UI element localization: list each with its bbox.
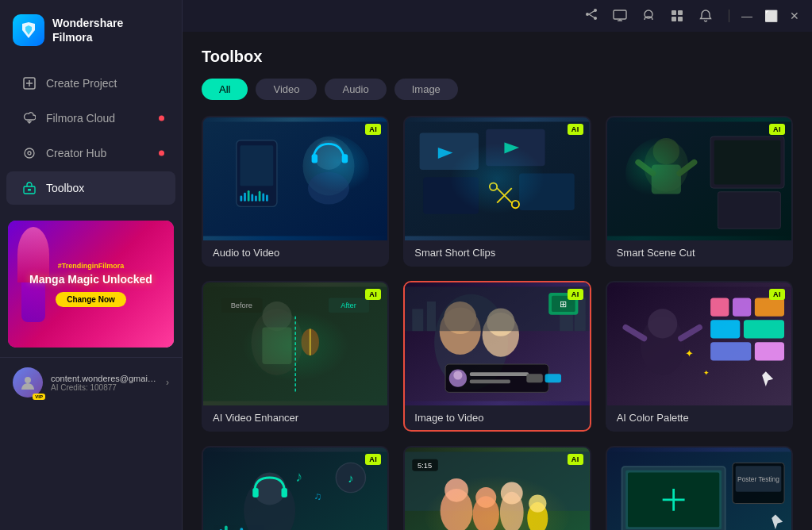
card-thumbnail: AI xyxy=(607,282,791,405)
card-illustration: 5:15 xyxy=(405,447,589,530)
share-icon[interactable] xyxy=(583,7,600,25)
titlebar-icons xyxy=(189,7,722,25)
grid-icon[interactable] xyxy=(668,7,686,25)
vip-badge: VIP xyxy=(33,394,45,400)
svg-rect-107 xyxy=(203,451,387,530)
card-label: Audio to Video xyxy=(203,240,387,265)
card-7[interactable]: AI xyxy=(202,446,389,530)
monitor-icon[interactable] xyxy=(611,7,629,25)
svg-rect-30 xyxy=(248,190,250,202)
svg-rect-19 xyxy=(678,17,683,21)
card-illustration: ⊞ xyxy=(405,282,589,405)
card-illustration xyxy=(203,117,387,240)
svg-point-5 xyxy=(28,152,31,155)
sidebar-item-filmora-cloud[interactable]: Filmora Cloud xyxy=(6,102,175,135)
bell-icon[interactable] xyxy=(697,7,714,25)
sidebar-item-creator-hub[interactable]: Creator Hub xyxy=(6,136,175,170)
card-image-to-video[interactable]: AI xyxy=(403,281,591,432)
card-thumbnail: AI xyxy=(203,447,387,530)
svg-rect-100 xyxy=(710,320,740,338)
promo-banner[interactable]: #TrendinginFilmora Manga Magic Unlocked … xyxy=(8,221,174,348)
filter-image-button[interactable]: Image xyxy=(394,79,458,100)
svg-point-8 xyxy=(25,377,31,383)
card-label: AI Video Enhancer xyxy=(203,405,387,430)
ai-badge: AI xyxy=(568,124,583,135)
card-smart-scene-cut[interactable]: AI xyxy=(606,116,793,267)
card-label: AI Color Palette xyxy=(607,405,791,430)
filmora-cloud-icon xyxy=(22,111,37,125)
card-label: Smart Scene Cut xyxy=(607,240,791,265)
card-illustration xyxy=(607,117,791,240)
svg-point-11 xyxy=(586,13,589,16)
card-thumbnail: AI xyxy=(203,117,387,240)
card-label: Image to Video xyxy=(405,405,589,430)
svg-rect-78 xyxy=(413,309,424,331)
card-thumbnail: AI xyxy=(405,447,589,530)
maximize-button[interactable]: ⬜ xyxy=(760,5,782,27)
minimize-button[interactable]: — xyxy=(736,5,758,27)
sidebar-item-label: Create Project xyxy=(46,77,117,90)
user-avatar: VIP xyxy=(13,367,43,398)
svg-rect-56 xyxy=(714,140,780,185)
toolbox-grid: AI xyxy=(202,116,793,530)
main-content: — ⬜ ✕ Toolbox All Video Audio Image AI xyxy=(183,0,812,530)
sidebar: Wondershare Filmora Create Project xyxy=(0,0,183,530)
notification-dot xyxy=(159,116,164,121)
user-profile-area[interactable]: VIP content.wonderes@gmail.... AI Credit… xyxy=(0,357,182,407)
card-ai-video-enhancer[interactable]: AI xyxy=(202,281,389,432)
svg-text:Before: Before xyxy=(231,301,252,309)
svg-rect-27 xyxy=(240,145,273,186)
ai-badge: AI xyxy=(365,454,381,465)
svg-text:✦: ✦ xyxy=(702,369,709,377)
close-button[interactable]: ✕ xyxy=(783,5,806,27)
app-logo-icon xyxy=(13,14,44,46)
ai-badge: AI xyxy=(365,124,381,135)
svg-point-70 xyxy=(229,301,362,390)
svg-rect-33 xyxy=(259,191,261,202)
toolbox-icon xyxy=(22,181,37,195)
user-credits: AI Credits: 100877 xyxy=(51,383,158,392)
svg-rect-98 xyxy=(733,298,751,316)
svg-rect-29 xyxy=(244,193,246,202)
upload-icon[interactable] xyxy=(640,7,657,25)
svg-rect-18 xyxy=(672,17,676,21)
svg-text:♫: ♫ xyxy=(314,490,321,502)
filter-video-button[interactable]: Video xyxy=(256,79,317,100)
filter-all-button[interactable]: All xyxy=(202,79,248,100)
banner-cta-button[interactable]: Change Now xyxy=(56,292,126,307)
create-project-icon xyxy=(22,76,37,90)
sidebar-item-toolbox[interactable]: Toolbox xyxy=(6,171,175,205)
svg-point-10 xyxy=(594,17,597,20)
toolbox-content: Toolbox All Video Audio Image AI xyxy=(183,32,812,530)
card-thumbnail: AI xyxy=(607,117,791,240)
svg-rect-34 xyxy=(262,194,264,202)
svg-rect-110 xyxy=(252,488,258,497)
svg-point-94 xyxy=(648,309,677,338)
svg-text:✦: ✦ xyxy=(684,348,693,359)
card-audio-to-video[interactable]: AI xyxy=(202,116,389,267)
card-ai-color-palette[interactable]: AI xyxy=(606,281,793,432)
svg-rect-85 xyxy=(470,372,529,376)
svg-text:⊞: ⊞ xyxy=(560,299,568,309)
card-thumbnail: AI xyxy=(203,282,387,405)
card-smart-short-clips[interactable]: AI xyxy=(403,116,591,267)
card-9[interactable]: Poster Testing xyxy=(606,446,793,530)
logo-area: Wondershare Filmora xyxy=(0,0,182,60)
filter-audio-button[interactable]: Audio xyxy=(325,79,386,100)
svg-rect-99 xyxy=(755,298,784,316)
ai-badge: AI xyxy=(568,454,583,465)
user-email: content.wonderes@gmail.... xyxy=(51,374,158,383)
svg-rect-79 xyxy=(427,301,436,331)
card-thumbnail: AI xyxy=(405,117,589,240)
card-illustration: ♪ ♫ xyxy=(203,447,387,530)
card-illustration: ✦ ✦ xyxy=(607,282,791,405)
svg-rect-97 xyxy=(710,298,729,316)
card-8[interactable]: AI xyxy=(403,446,591,530)
svg-rect-16 xyxy=(672,10,676,15)
svg-point-48 xyxy=(438,134,556,223)
sidebar-item-create-project[interactable]: Create Project xyxy=(6,67,175,100)
card-illustration: Before After xyxy=(203,282,387,405)
notification-dot xyxy=(159,151,164,156)
svg-rect-17 xyxy=(678,10,683,15)
svg-rect-35 xyxy=(266,194,268,201)
